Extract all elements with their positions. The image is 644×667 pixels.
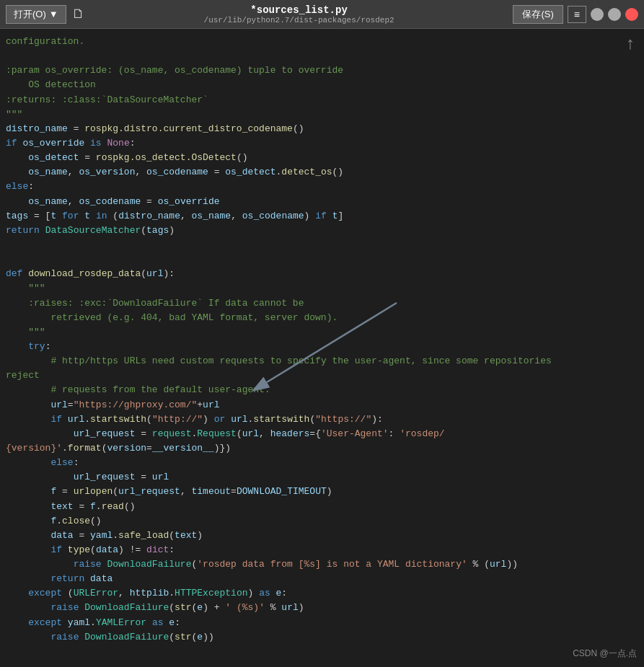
watermark: CSDN @一点.点 <box>573 648 637 660</box>
minimize-button[interactable] <box>591 8 604 21</box>
close-button[interactable] <box>625 8 638 21</box>
menu-button[interactable]: ≡ <box>568 6 586 23</box>
save-button[interactable]: 保存(S) <box>513 5 563 24</box>
titlebar: 打开(O) ▼ 🗋 *sources_list.py /usr/lib/pyth… <box>0 0 644 29</box>
open-button[interactable]: 打开(O) ▼ <box>6 5 66 24</box>
open-label: 打开(O) <box>14 8 46 21</box>
maximize-button[interactable] <box>608 8 621 21</box>
titlebar-center: *sources_list.py /usr/lib/python2.7/dist… <box>85 4 513 25</box>
titlebar-left: 打开(O) ▼ 🗋 <box>6 5 85 24</box>
filepath-label: /usr/lib/python2.7/dist-packages/rosdep2 <box>85 16 513 25</box>
file-icon: 🗋 <box>72 6 85 22</box>
code-content: configuration. :param os_override: (os_n… <box>6 35 644 667</box>
filename-label: *sources_list.py <box>85 4 513 16</box>
dropdown-arrow-icon: ▼ <box>49 9 58 19</box>
titlebar-right: 保存(S) ≡ <box>513 5 638 24</box>
scroll-indicator: ↑ <box>625 35 635 54</box>
code-editor[interactable]: ↑ configuration. :param os_override: (os… <box>0 29 644 667</box>
